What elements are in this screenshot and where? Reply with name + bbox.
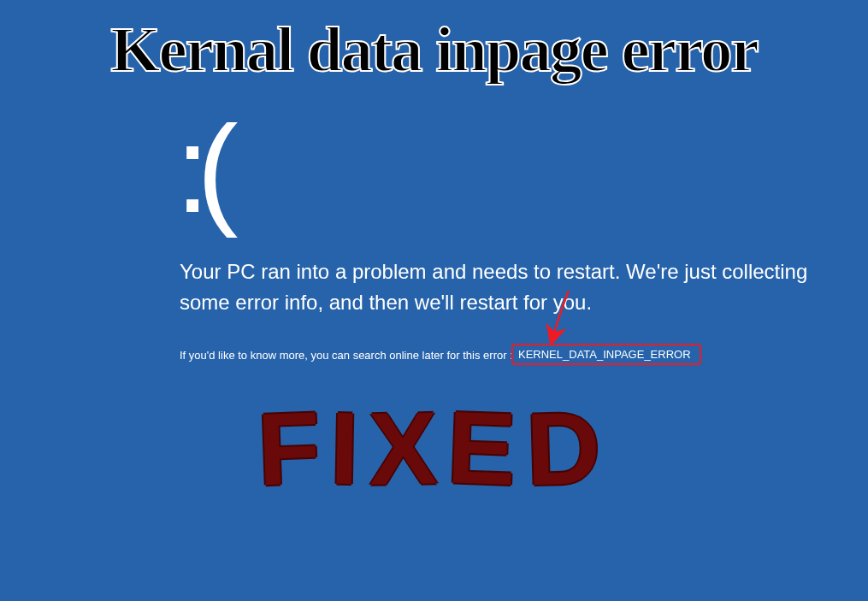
title-overlay: Kernal data inpage error	[0, 13, 868, 86]
bsod-main-message: Your PC ran into a problem and needs to …	[180, 256, 838, 318]
sad-face-icon: :(	[175, 98, 226, 241]
fixed-stamp: FIXED	[257, 389, 611, 507]
error-code-highlight: KERNEL_DATA_INPAGE_ERROR	[511, 344, 701, 365]
bsod-detail-text: If you'd like to know more, you can sear…	[180, 349, 513, 362]
